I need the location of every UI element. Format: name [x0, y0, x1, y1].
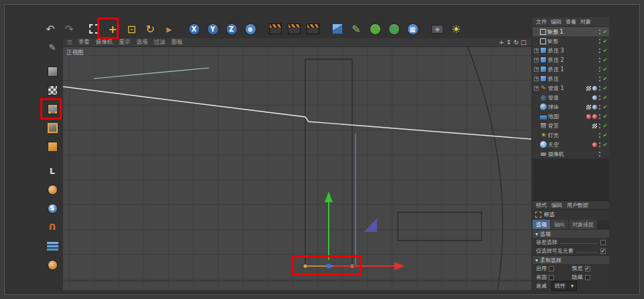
om-menu-file[interactable]: 文件	[536, 18, 547, 26]
white-spline[interactable]	[63, 87, 531, 139]
visibility-dots[interactable]	[598, 57, 601, 63]
object-row[interactable]: 球体✔	[533, 102, 609, 112]
render-view-icon[interactable]	[266, 20, 284, 38]
expand-icon[interactable]: +	[534, 58, 539, 62]
om-menu-objects[interactable]: 对象	[580, 18, 591, 26]
enabled-check-icon[interactable]: ✔	[602, 104, 608, 110]
visibility-dots[interactable]	[598, 151, 601, 157]
tab-options[interactable]: 选项	[533, 220, 551, 229]
enabled-check-icon[interactable]: ✔	[602, 114, 608, 120]
viewport-canvas[interactable]	[63, 38, 531, 290]
polygons-mode-icon[interactable]	[44, 138, 60, 155]
make-editable-icon[interactable]: ✎	[44, 39, 60, 55]
enabled-check-icon[interactable]: ✔	[602, 48, 608, 54]
object-row[interactable]: +挤压 1✔	[533, 65, 609, 74]
enabled-check-icon[interactable]: ✔	[602, 132, 608, 138]
object-row[interactable]: +挤压✔	[533, 74, 609, 83]
points-mode-icon[interactable]	[44, 101, 60, 117]
checker-tag-icon[interactable]	[586, 105, 591, 110]
phong-tag-icon[interactable]	[592, 95, 597, 100]
object-row[interactable]: 灯光✔	[533, 130, 609, 140]
red-tag-icon[interactable]	[586, 114, 591, 119]
rotate-view-icon[interactable]: ↻	[513, 39, 520, 46]
visibility-dots[interactable]	[598, 76, 601, 82]
phong-tag-icon[interactable]	[592, 86, 597, 91]
object-row[interactable]: 摄像机	[533, 149, 609, 159]
enabled-check-icon[interactable]: ✔	[602, 29, 608, 35]
enabled-check-icon[interactable]: ✔	[602, 76, 608, 82]
object-row[interactable]: 矩形 1✔	[533, 27, 609, 36]
options-section-header[interactable]: ▾ 选项	[533, 229, 609, 238]
enabled-check-icon[interactable]: ✔	[602, 38, 608, 44]
enabled-check-icon[interactable]: ✔	[602, 123, 608, 129]
x-axis-lock-icon[interactable]: X	[185, 20, 203, 38]
visibility-dots[interactable]	[598, 67, 601, 73]
snap-icon[interactable]: S	[44, 200, 60, 216]
pan-view-icon[interactable]: +	[498, 39, 505, 46]
y-axis-lock-icon[interactable]: Y	[204, 20, 221, 38]
viewport[interactable]: ☰ 查看摄像机显示选项过滤面板 +↕↻□ 正视图	[63, 38, 531, 290]
toggle-view-icon[interactable]: □	[520, 39, 527, 46]
subdivision-surface-icon[interactable]	[366, 20, 384, 38]
coordinate-system-icon[interactable]: ⊕	[241, 20, 259, 38]
generator-icon[interactable]	[385, 20, 402, 38]
om-menu-view[interactable]: 查看	[566, 18, 576, 26]
visibility-dots[interactable]	[598, 95, 601, 101]
phong-tag-icon[interactable]	[592, 105, 597, 110]
teal-spline[interactable]	[94, 68, 209, 79]
soft-option-checkbox[interactable]	[549, 266, 554, 271]
redo-icon[interactable]: ↷	[60, 20, 78, 38]
object-row[interactable]: +挤压 2✔	[533, 55, 609, 65]
zoom-view-icon[interactable]: ↕	[505, 39, 513, 46]
enabled-check-icon[interactable]: ✔	[602, 57, 608, 63]
visibility-dots[interactable]	[598, 48, 601, 54]
option-checkbox[interactable]: ✔	[600, 249, 606, 254]
gizmo-origin-point[interactable]	[327, 264, 331, 269]
red-tag-icon[interactable]	[592, 142, 597, 147]
texture-mode-icon[interactable]	[44, 82, 60, 98]
lock-workplane-icon[interactable]	[44, 257, 60, 273]
enabled-check-icon[interactable]: ✔	[602, 95, 608, 101]
option-checkbox[interactable]	[600, 240, 606, 245]
red-tag-icon[interactable]	[592, 114, 597, 119]
object-row[interactable]: 背景✔	[533, 121, 609, 130]
object-row[interactable]: +挤压 3✔	[533, 46, 609, 55]
undo-icon[interactable]: ↶	[42, 20, 59, 38]
move-tool-icon[interactable]: +	[104, 20, 121, 38]
visibility-dots[interactable]	[598, 104, 601, 110]
secondary-rectangle-spline[interactable]	[398, 212, 482, 241]
plane-handle[interactable]	[364, 218, 377, 232]
edges-mode-icon[interactable]	[44, 120, 60, 136]
visibility-dots[interactable]	[598, 142, 601, 148]
magnet-snap-icon[interactable]: U	[44, 219, 60, 235]
scene-light-icon[interactable]: ☀	[447, 20, 465, 38]
model-mode-icon[interactable]	[44, 63, 60, 79]
checker-tag-icon[interactable]	[586, 86, 591, 91]
axis-mode-icon[interactable]: L	[44, 163, 60, 179]
last-used-tool-icon[interactable]: ▸	[160, 20, 178, 38]
checker-tag-icon[interactable]	[592, 124, 597, 128]
am-menu-mode[interactable]: 模式	[536, 202, 547, 209]
workplane-icon[interactable]	[44, 238, 60, 254]
object-row[interactable]: 管道✔	[533, 93, 609, 102]
soft-option-checkbox[interactable]: ✔	[585, 266, 590, 271]
scene-camera-icon[interactable]: ◉	[429, 20, 446, 38]
viewport-menu-icon[interactable]: ☰	[67, 39, 72, 46]
object-row[interactable]: +管道 1✔	[533, 83, 609, 93]
primitive-cube-icon[interactable]	[329, 20, 346, 38]
expand-icon[interactable]: +	[534, 48, 539, 53]
arc-spline[interactable]	[464, 38, 502, 290]
visibility-dots[interactable]	[598, 123, 601, 129]
soft-option-checkbox[interactable]	[549, 275, 554, 280]
visibility-dots[interactable]	[598, 29, 601, 35]
soft-selection-section-header[interactable]: ▾ 柔和选择	[533, 255, 609, 264]
render-to-picture-viewer-icon[interactable]	[285, 20, 303, 38]
expand-icon[interactable]: +	[534, 77, 539, 81]
render-settings-icon[interactable]	[304, 20, 321, 38]
visibility-dots[interactable]	[598, 38, 601, 44]
soft-option-checkbox[interactable]	[585, 275, 590, 280]
am-menu-edit[interactable]: 编辑	[551, 202, 562, 209]
deformer-icon[interactable]: ▦	[404, 20, 421, 38]
am-menu-user-data[interactable]: 用户数据	[567, 202, 588, 209]
enabled-check-icon[interactable]: ✔	[602, 85, 608, 91]
